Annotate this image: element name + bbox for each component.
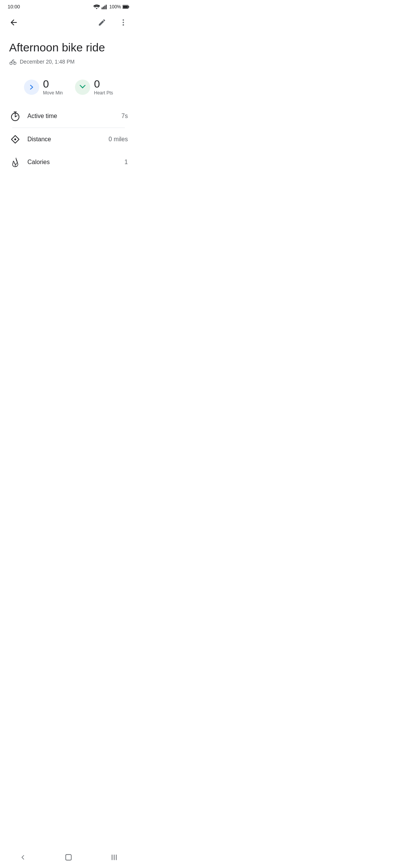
move-min-label: Move Min bbox=[43, 90, 63, 96]
heart-pts-value: 0 bbox=[94, 79, 100, 89]
stats-row: 0 Move Min 0 Heart Pts bbox=[0, 71, 137, 105]
calories-value: 1 bbox=[124, 159, 128, 166]
status-icons: 100% bbox=[93, 4, 129, 10]
svg-point-7 bbox=[123, 19, 124, 21]
metrics-list: Active time 7s Distance 0 miles Calories… bbox=[0, 105, 137, 174]
heart-pts-icon-circle bbox=[75, 80, 90, 95]
svg-rect-6 bbox=[123, 5, 128, 8]
more-options-icon bbox=[119, 18, 127, 27]
move-min-stat: 0 Move Min bbox=[24, 79, 63, 96]
back-icon bbox=[9, 18, 18, 27]
svg-rect-5 bbox=[128, 6, 129, 8]
more-options-button[interactable] bbox=[116, 15, 131, 30]
calories-label: Calories bbox=[27, 159, 118, 166]
activity-title: Afternoon bike ride bbox=[9, 41, 128, 54]
active-time-label: Active time bbox=[27, 113, 115, 120]
signal-icon bbox=[102, 4, 108, 10]
wifi-icon bbox=[93, 4, 100, 10]
distance-row: Distance 0 miles bbox=[6, 128, 131, 151]
location-diamond-icon bbox=[10, 134, 21, 145]
distance-icon bbox=[9, 133, 21, 145]
calories-icon bbox=[9, 156, 21, 168]
svg-rect-3 bbox=[106, 5, 107, 9]
battery-percent: 100% bbox=[109, 4, 121, 10]
status-bar: 10:00 100% bbox=[0, 0, 137, 12]
svg-point-9 bbox=[123, 24, 124, 26]
svg-rect-1 bbox=[103, 6, 104, 9]
move-min-icon bbox=[28, 84, 35, 91]
svg-point-14 bbox=[14, 139, 16, 140]
calories-row: Calories 1 bbox=[6, 151, 131, 174]
activity-meta: December 20, 1:48 PM bbox=[9, 58, 128, 65]
svg-rect-0 bbox=[102, 7, 102, 9]
active-time-icon bbox=[9, 110, 21, 122]
status-time: 10:00 bbox=[8, 4, 20, 10]
svg-point-12 bbox=[14, 59, 14, 60]
edit-button[interactable] bbox=[94, 15, 110, 30]
activity-date: December 20, 1:48 PM bbox=[20, 59, 75, 65]
distance-value: 0 miles bbox=[108, 136, 128, 143]
timer-icon bbox=[10, 111, 21, 121]
active-time-row: Active time 7s bbox=[6, 105, 131, 128]
move-min-icon-circle bbox=[24, 80, 39, 95]
move-min-value: 0 bbox=[43, 79, 49, 89]
active-time-value: 7s bbox=[121, 113, 128, 120]
activity-section: Afternoon bike ride December 20, 1:48 PM bbox=[0, 33, 137, 71]
move-min-content: 0 Move Min bbox=[43, 79, 63, 96]
battery-icon bbox=[123, 5, 129, 9]
heart-pts-content: 0 Heart Pts bbox=[94, 79, 113, 96]
heart-pts-icon bbox=[79, 84, 86, 91]
heart-pts-stat: 0 Heart Pts bbox=[75, 79, 113, 96]
edit-icon bbox=[98, 18, 106, 27]
back-button[interactable] bbox=[6, 15, 21, 30]
fire-icon bbox=[10, 157, 21, 168]
bike-icon bbox=[9, 58, 17, 65]
svg-point-8 bbox=[123, 22, 124, 23]
svg-rect-2 bbox=[104, 5, 105, 9]
heart-pts-label: Heart Pts bbox=[94, 90, 113, 96]
app-bar bbox=[0, 12, 137, 33]
distance-label: Distance bbox=[27, 136, 102, 143]
